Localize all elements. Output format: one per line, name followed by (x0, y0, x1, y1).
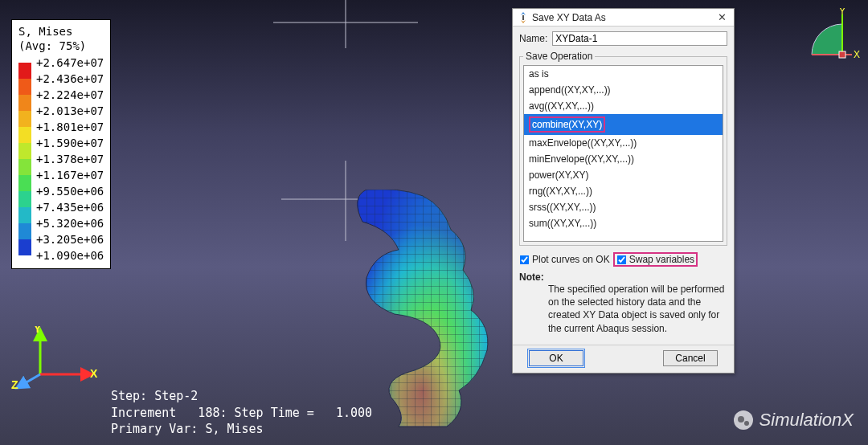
listbox-item[interactable]: avg((XY,XY,...)) (524, 98, 723, 114)
name-input[interactable] (552, 31, 727, 46)
cancel-button[interactable]: Cancel (663, 350, 718, 366)
swap-variables-checkbox[interactable]: Swap variables (616, 254, 694, 265)
legend-value: +1.590e+07 (36, 135, 104, 151)
plot-on-ok-checkbox[interactable]: Plot curves on OK (519, 254, 610, 265)
save-operation-legend: Save Operation (523, 51, 595, 62)
save-operation-listbox[interactable]: as isappend((XY,XY,...))avg((XY,XY,...))… (523, 65, 723, 242)
save-xy-data-dialog: Save XY Data As ✕ Name: Save Operation a… (512, 8, 735, 374)
svg-rect-10 (522, 15, 524, 20)
listbox-item[interactable]: sum((XY,XY,...)) (524, 215, 723, 231)
legend: S, Mises (Avg: 75%) +2.647e+07+2.436e+07… (11, 19, 111, 269)
legend-value: +3.205e+06 (36, 231, 104, 247)
note-body: The specified operation will be performe… (548, 283, 727, 335)
plot-on-ok-input[interactable] (520, 255, 530, 264)
close-icon[interactable]: ✕ (714, 11, 729, 23)
svg-rect-9 (839, 51, 845, 58)
listbox-item[interactable]: rng((XY,XY,...)) (524, 183, 723, 199)
status-line1: Step: Step-2 (111, 389, 198, 403)
legend-value: +1.378e+07 (36, 151, 104, 167)
legend-value: +9.550e+06 (36, 183, 104, 199)
axis-triad: Y X Z (11, 326, 100, 394)
dialog-title: Save XY Data As (532, 12, 714, 23)
watermark: SimulationX (734, 410, 854, 431)
legend-value: +1.801e+07 (36, 119, 104, 135)
triad-x: X (90, 367, 98, 380)
wechat-icon (734, 410, 753, 430)
legend-value: +2.224e+07 (36, 87, 104, 103)
legend-value: +5.320e+06 (36, 215, 104, 231)
dialog-titlebar[interactable]: Save XY Data As ✕ (513, 9, 734, 27)
legend-values: +2.647e+07+2.436e+07+2.224e+07+2.013e+07… (36, 55, 104, 263)
view-compass: X Y (796, 8, 860, 74)
listbox-item[interactable]: append((XY,XY,...)) (524, 82, 723, 98)
listbox-item[interactable]: power(XY,XY) (524, 167, 723, 183)
legend-title-2: (Avg: 75%) (18, 39, 86, 52)
swap-variables-input[interactable] (616, 255, 626, 264)
legend-value: +2.647e+07 (36, 55, 104, 71)
status-line2: Increment 188: Step Time = 1.000 (111, 406, 372, 420)
swap-variables-highlight: Swap variables (613, 252, 698, 267)
status-line3: Primary Var: S, Mises (111, 422, 264, 436)
legend-value: +7.435e+06 (36, 199, 104, 215)
crosshair (0, 0, 868, 445)
name-label: Name: (519, 33, 547, 44)
legend-value: +2.013e+07 (36, 103, 104, 119)
compass-y: Y (839, 8, 845, 17)
legend-colorbar (18, 63, 31, 255)
listbox-item[interactable]: as is (524, 66, 723, 82)
status-block: Step: Step-2 Increment 188: Step Time = … (111, 388, 372, 437)
note: Note: The specified operation will be pe… (519, 270, 727, 340)
ok-button[interactable]: OK (529, 350, 583, 366)
triad-y: Y (34, 326, 42, 335)
legend-value: +1.167e+07 (36, 167, 104, 183)
save-operation-fieldset: Save Operation as isappend((XY,XY,...))a… (519, 51, 727, 246)
triad-z: Z (11, 378, 18, 390)
listbox-item[interactable]: combine(XY,XY) (524, 114, 723, 135)
legend-value: +2.436e+07 (36, 71, 104, 87)
legend-title-1: S, Mises (18, 25, 72, 38)
listbox-item[interactable]: minEnvelope((XY,XY,...)) (524, 151, 723, 167)
note-label: Note: (519, 271, 544, 283)
app-icon (518, 12, 529, 23)
listbox-item[interactable]: maxEnvelope((XY,XY,...)) (524, 135, 723, 151)
legend-value: +1.090e+06 (36, 247, 104, 263)
viewport: S, Mises (Avg: 75%) +2.647e+07+2.436e+07… (0, 0, 868, 445)
compass-x: X (854, 49, 860, 60)
listbox-item[interactable]: srss((XY,XY,...)) (524, 199, 723, 215)
watermark-text: SimulationX (760, 410, 854, 431)
svg-line-6 (21, 374, 40, 386)
